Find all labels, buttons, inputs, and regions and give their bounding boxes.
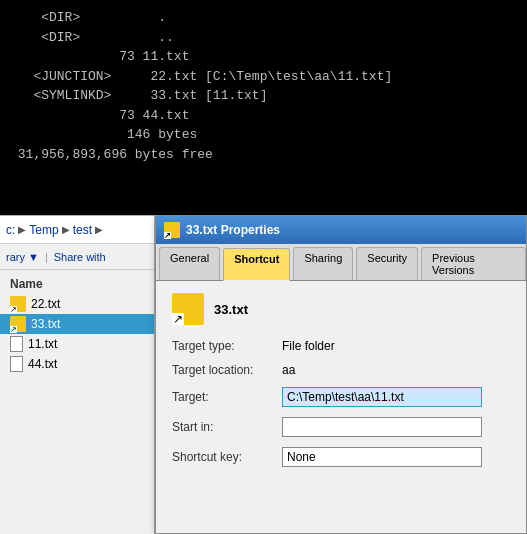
terminal-line-8: 31,956,893,696 bytes free <box>10 145 517 165</box>
tab-shortcut[interactable]: Shortcut <box>223 248 290 281</box>
prop-shortcut-key-input[interactable] <box>282 447 482 467</box>
file-header-icon <box>172 293 204 325</box>
list-item[interactable]: 44.txt <box>0 354 154 374</box>
breadcrumb-temp[interactable]: Temp <box>29 223 58 237</box>
properties-dialog: 33.txt Properties General Shortcut Shari… <box>155 215 527 534</box>
prop-target-type: Target type: File folder <box>172 339 510 353</box>
breadcrumb-test[interactable]: test <box>73 223 92 237</box>
list-item-selected[interactable]: 33.txt <box>0 314 154 334</box>
file-icon-shortcut <box>10 316 26 332</box>
terminal-window: <DIR> . <DIR> .. 73 11.txt <JUNCTION> 22… <box>0 0 527 215</box>
terminal-line-2: <DIR> .. <box>10 28 517 48</box>
prop-start-in-label: Start in: <box>172 420 282 434</box>
breadcrumb-c[interactable]: c: <box>6 223 15 237</box>
terminal-line-4: <JUNCTION> 22.txt [C:\Temp\test\aa\11.tx… <box>10 67 517 87</box>
prop-target: Target: <box>172 387 510 407</box>
file-name: 33.txt <box>31 317 60 331</box>
prop-target-location: Target location: aa <box>172 363 510 377</box>
tab-sharing[interactable]: Sharing <box>293 247 353 280</box>
file-name: 22.txt <box>31 297 60 311</box>
library-dropdown[interactable]: rary ▼ <box>6 251 39 263</box>
tab-general[interactable]: General <box>159 247 220 280</box>
explorer-toolbar: rary ▼ | Share with <box>0 244 154 270</box>
dialog-titlebar: 33.txt Properties <box>156 216 526 244</box>
dialog-content: 33.txt Target type: File folder Target l… <box>156 281 526 489</box>
prop-shortcut-key-label: Shortcut key: <box>172 450 282 464</box>
dialog-title: 33.txt Properties <box>186 223 280 237</box>
breadcrumb[interactable]: c: ▶ Temp ▶ test ▶ <box>0 216 154 244</box>
prop-target-type-label: Target type: <box>172 339 282 353</box>
file-icon-shortcut <box>10 296 26 312</box>
list-item[interactable]: 11.txt <box>0 334 154 354</box>
prop-target-location-label: Target location: <box>172 363 282 377</box>
prop-target-type-value: File folder <box>282 339 335 353</box>
prop-shortcut-key: Shortcut key: <box>172 447 510 467</box>
file-name: 11.txt <box>28 337 57 351</box>
file-name: 44.txt <box>28 357 57 371</box>
file-icon-file <box>10 356 23 372</box>
terminal-line-1: <DIR> . <box>10 8 517 28</box>
list-item[interactable]: 22.txt <box>0 294 154 314</box>
tab-previous-versions[interactable]: Previous Versions <box>421 247 526 280</box>
prop-start-in: Start in: <box>172 417 510 437</box>
dialog-tabs: General Shortcut Sharing Security Previo… <box>156 244 526 281</box>
terminal-line-7: 146 bytes <box>10 125 517 145</box>
share-button[interactable]: Share with <box>54 251 106 263</box>
file-header: 33.txt <box>172 293 510 325</box>
terminal-line-5: <SYMLINKD> 33.txt [11.txt] <box>10 86 517 106</box>
file-icon-file <box>10 336 23 352</box>
file-list-header: Name <box>0 274 154 294</box>
prop-start-in-input[interactable] <box>282 417 482 437</box>
breadcrumb-sep-1: ▶ <box>18 224 26 235</box>
dialog-title-icon <box>164 222 180 238</box>
explorer-panel: c: ▶ Temp ▶ test ▶ rary ▼ | Share with N… <box>0 215 155 534</box>
tab-security[interactable]: Security <box>356 247 418 280</box>
prop-target-label: Target: <box>172 390 282 404</box>
file-list: Name 22.txt 33.txt 11.txt 44.txt <box>0 270 154 378</box>
file-header-name: 33.txt <box>214 302 248 317</box>
terminal-line-6: 73 44.txt <box>10 106 517 126</box>
breadcrumb-sep-2: ▶ <box>62 224 70 235</box>
prop-target-location-value: aa <box>282 363 295 377</box>
breadcrumb-sep-3: ▶ <box>95 224 103 235</box>
terminal-line-3: 73 11.txt <box>10 47 517 67</box>
prop-target-input[interactable] <box>282 387 482 407</box>
